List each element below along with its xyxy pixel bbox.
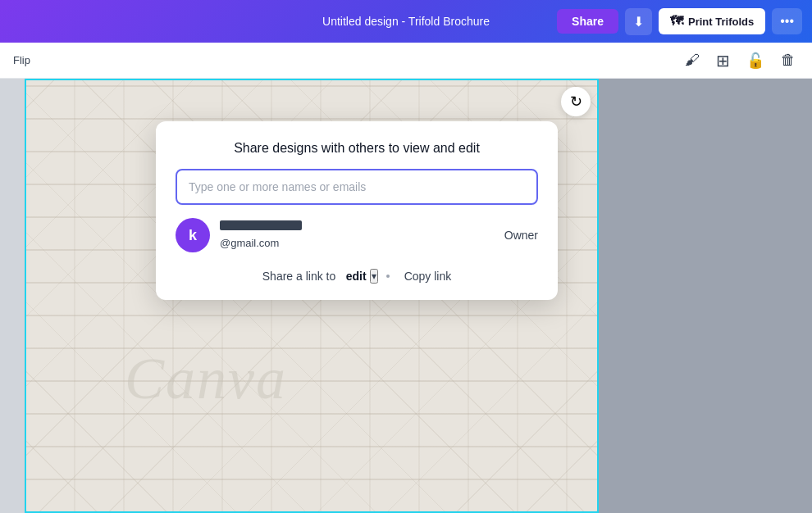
owner-info: @gmail.com <box>220 220 495 250</box>
owner-email: @gmail.com <box>220 237 279 249</box>
share-modal: Share designs with others to view and ed… <box>156 121 558 300</box>
trash-icon: 🗑 <box>781 52 796 69</box>
document-title: Untitled design - Trifold Brochure <box>322 15 490 28</box>
chevron-down-icon: ▾ <box>372 270 376 282</box>
grid-button[interactable]: ⊞ <box>713 48 733 74</box>
paint-icon: 🖌 <box>685 52 700 69</box>
copy-link-button[interactable]: Copy link <box>404 270 452 283</box>
toolbar-icons: 🖌 ⊞ 🔓 🗑 <box>682 48 799 74</box>
avatar: k <box>176 218 210 252</box>
topbar-right-actions: Share ⬇ 🗺 Print Trifolds ••• <box>557 8 802 35</box>
paint-button[interactable]: 🖌 <box>682 48 703 72</box>
download-button[interactable]: ⬇ <box>625 8 652 35</box>
lock-button[interactable]: 🔓 <box>743 48 768 73</box>
flip-label: Flip <box>13 54 30 66</box>
owner-row: k @gmail.com Owner <box>176 218 538 252</box>
divider <box>386 275 390 278</box>
share-button[interactable]: Share <box>557 9 618 34</box>
print-label: Print Trifolds <box>688 16 754 28</box>
download-icon: ⬇ <box>633 14 644 30</box>
lock-icon: 🔓 <box>746 52 764 70</box>
modal-title: Share designs with others to view and ed… <box>176 141 538 156</box>
grid-icon: ⊞ <box>716 51 730 70</box>
print-button[interactable]: 🗺 Print Trifolds <box>659 8 765 34</box>
share-link-row: Share a link to edit ▾ Copy link <box>176 269 538 284</box>
share-link-prefix: Share a link to <box>262 270 336 283</box>
refresh-button[interactable]: ↻ <box>561 87 591 116</box>
canvas-area: Canva ↻ Share designs with others to vie… <box>0 79 812 513</box>
secondary-toolbar: Flip 🖌 ⊞ 🔓 🗑 <box>0 43 812 79</box>
trash-button[interactable]: 🗑 <box>778 48 799 72</box>
email-suffix: @gmail.com <box>220 237 279 249</box>
email-input[interactable] <box>176 169 538 205</box>
owner-name-redacted <box>220 220 302 230</box>
share-link-edit: edit <box>346 270 367 283</box>
refresh-icon: ↻ <box>570 93 582 111</box>
canva-watermark: Canva <box>125 345 287 413</box>
canvas-right-panel <box>599 79 812 513</box>
more-icon: ••• <box>780 14 794 28</box>
topbar: Untitled design - Trifold Brochure Share… <box>0 0 812 43</box>
share-link-spacer <box>339 269 342 284</box>
owner-label: Owner <box>504 229 538 242</box>
edit-mode-dropdown[interactable]: ▾ <box>370 269 378 284</box>
map-icon: 🗺 <box>670 14 683 29</box>
more-options-button[interactable]: ••• <box>772 8 802 34</box>
